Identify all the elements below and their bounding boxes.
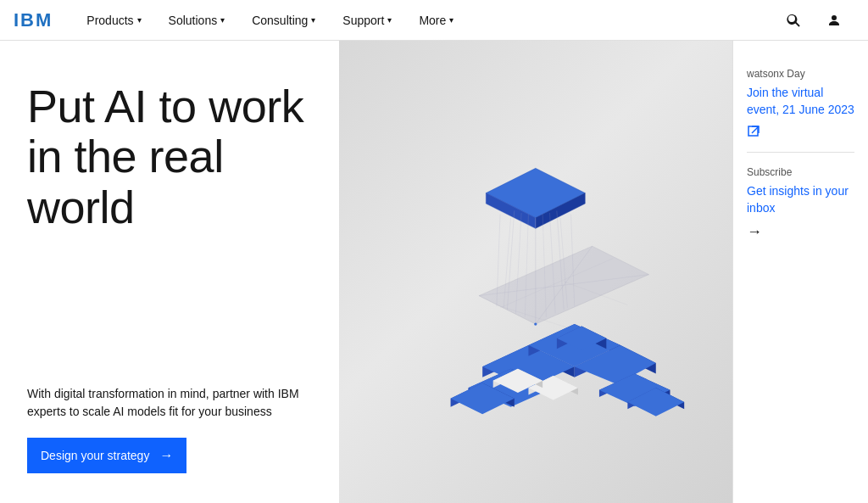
hero-3d-visualization <box>339 41 732 503</box>
nav-more[interactable]: More ▾ <box>405 0 467 41</box>
sidebar-watsonx-section: watsonx Day Join the virtual event, 21 J… <box>747 54 854 153</box>
sidebar-subscribe-eyebrow: Subscribe <box>747 166 854 178</box>
nav-support[interactable]: Support ▾ <box>329 0 405 41</box>
main-navigation: IBM Products ▾ Solutions ▾ Consulting ▾ … <box>0 0 868 41</box>
search-icon <box>787 14 800 27</box>
hero-description: With digital transformation in mind, par… <box>27 385 312 421</box>
consulting-chevron-icon: ▾ <box>311 15 315 25</box>
sidebar-subscribe-link[interactable]: Get insights in your inbox <box>747 183 854 216</box>
main-content: Put AI to work in the real world With di… <box>0 41 868 503</box>
hero-title: Put AI to work in the real world <box>27 81 312 232</box>
sidebar-watsonx-link[interactable]: Join the virtual event, 21 June 2023 <box>747 85 854 118</box>
sidebar-subscribe-section: Subscribe Get insights in your inbox → <box>747 153 854 254</box>
sidebar-subscribe-arrow[interactable]: → <box>747 223 854 241</box>
search-button[interactable] <box>773 0 814 41</box>
right-sidebar: watsonx Day Join the virtual event, 21 J… <box>732 41 868 503</box>
more-chevron-icon: ▾ <box>449 15 453 25</box>
solutions-chevron-icon: ▾ <box>220 15 225 25</box>
user-button[interactable] <box>814 0 854 41</box>
nav-actions <box>773 0 854 41</box>
nav-products[interactable]: Products ▾ <box>73 0 154 41</box>
svg-point-50 <box>534 322 537 325</box>
nav-consulting[interactable]: Consulting ▾ <box>238 0 329 41</box>
scene-svg <box>359 66 713 503</box>
nav-solutions[interactable]: Solutions ▾ <box>155 0 239 41</box>
hero-image <box>339 41 732 503</box>
left-content-area: Put AI to work in the real world With di… <box>0 41 339 503</box>
cta-design-strategy-button[interactable]: Design your strategy → <box>27 438 186 473</box>
external-link-icon[interactable] <box>747 125 854 138</box>
nav-menu: Products ▾ Solutions ▾ Consulting ▾ Supp… <box>73 0 773 41</box>
left-bottom-section: With digital transformation in mind, par… <box>27 385 312 503</box>
support-chevron-icon: ▾ <box>387 15 392 25</box>
ibm-logo[interactable]: IBM <box>14 9 53 31</box>
sidebar-watsonx-eyebrow: watsonx Day <box>747 68 854 80</box>
user-icon <box>827 14 841 27</box>
products-chevron-icon: ▾ <box>137 15 142 25</box>
cta-arrow-icon: → <box>159 448 173 463</box>
